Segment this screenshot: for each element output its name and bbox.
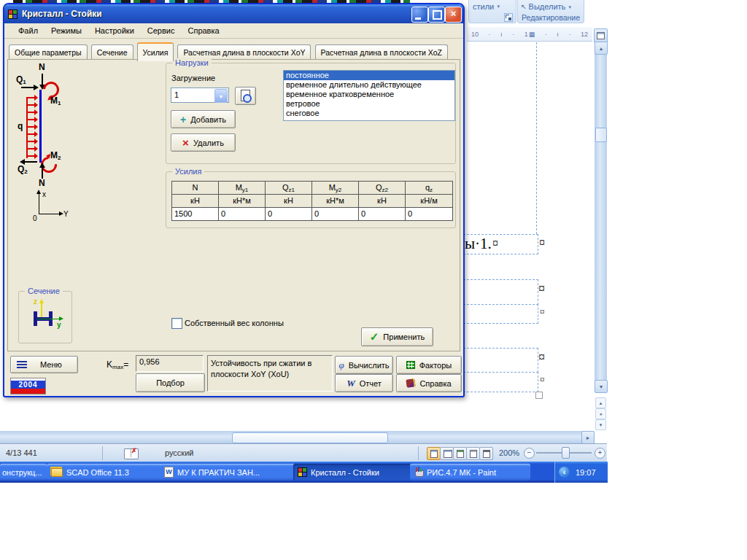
double-up-icon: ▲ [599,401,603,405]
divider [418,446,419,460]
tab-section[interactable]: Сечение [91,44,133,60]
compute-button[interactable]: φ Вычислить [335,356,393,374]
menu-item-help[interactable]: Справка [181,26,225,35]
anchor-square [535,392,543,399]
maximize-icon [433,10,442,20]
zoom-slider-thumb[interactable] [562,447,570,459]
compute-label: Вычислить [349,361,390,370]
arrow-right-icon: ► [586,435,591,440]
reading-view-button[interactable] [440,447,454,460]
outline-view-button[interactable] [466,447,480,460]
scroll-up-button[interactable]: ▲ [595,42,608,55]
zoom-in-button[interactable]: + [595,448,605,459]
scrollbar-thumb[interactable] [595,128,607,142]
scrollbar-thumb[interactable] [232,432,388,443]
taskbar-button-active[interactable]: Кристалл - Стойки [293,464,415,481]
tab-general[interactable]: Общие параметры [9,44,88,60]
add-load-label: Добавить [190,115,226,124]
taskbar-button[interactable]: SCAD Office 11.3 [47,464,163,481]
apply-button[interactable]: ✓ Применить [361,327,433,346]
tab-length-xoz[interactable]: Расчетная длина в плоскости XoZ [315,44,448,60]
self-weight-label: Собственный вес колонны [185,319,284,327]
draft-view-icon [483,450,490,458]
forces-group-label: Усилия [172,167,204,176]
end-of-cell-marker: ¤ [540,306,545,318]
zoom-level[interactable]: 200% [499,448,519,457]
factors-button[interactable]: Факторы [396,356,462,374]
select-button[interactable]: ↖ Выделить ▼ [521,2,572,11]
table-grid-icon: ▦ [529,31,535,38]
print-layout-view-button[interactable] [427,447,441,460]
load-types-listbox[interactable]: постоянное временное длительно действующ… [283,70,455,121]
loading-combobox[interactable]: 1 ▼ [171,88,229,103]
menu-button[interactable]: Меню [10,356,78,373]
force-value-input[interactable]: 0 [359,208,406,220]
self-weight-checkbox[interactable] [171,318,182,329]
menu-item-service[interactable]: Сервис [141,26,182,35]
title-bar[interactable]: Кристалл - Стойки × [4,4,463,23]
load-list-item[interactable]: ветровое [284,99,454,109]
tab-forces[interactable]: Усилия [137,42,174,61]
next-object-button[interactable]: ▼ [595,419,606,430]
force-q1-label: Q1 [16,74,26,85]
select-browse-object-button[interactable]: ● [595,408,606,419]
menu-item-file[interactable]: Файл [12,26,44,35]
taskbar-button[interactable]: онструкц... [0,464,47,481]
scroll-down-button[interactable]: ▼ [595,380,608,393]
podbor-button[interactable]: Подбор [136,373,205,392]
page-info[interactable]: 4/13 441 [6,448,37,457]
check-mode-text: Устойчивость при сжатии в плоскости XoY … [211,359,311,378]
section-icon: z y [25,298,66,335]
horizontal-scrollbar[interactable]: ► [0,431,594,443]
maximize-button[interactable] [428,7,445,23]
load-list-item[interactable]: временное кратковременное [284,90,454,99]
menu-item-modes[interactable]: Режимы [44,26,88,35]
zoom-out-button[interactable]: − [524,448,535,459]
spellcheck-icon[interactable]: ✗ [124,448,139,459]
ruler-toggle-button[interactable] [594,28,608,43]
change-styles-button[interactable]: стили ▼ [473,2,500,11]
force-value-input[interactable]: 0 [406,208,452,220]
help-button[interactable]: Справка [396,374,462,392]
load-q-label: q [18,121,23,131]
taskbar-button[interactable]: РИС.4.7 МК - Paint [410,464,530,481]
outline-view-icon [470,450,477,458]
delete-load-button[interactable]: × Удалить [171,133,236,152]
ruler[interactable]: 10 · ı · 1 ▦ · ı · 12 [467,27,592,42]
language-indicator[interactable]: русский [165,448,193,457]
factors-grid-icon [406,361,415,369]
hide-icons-chevron[interactable]: ‹ [559,467,570,478]
combobox-dropdown-button[interactable]: ▼ [214,89,228,103]
menu-bar: Файл Режимы Настройки Сервис Справка [4,23,463,39]
web-layout-view-button[interactable] [453,447,467,460]
scroll-right-button[interactable]: ► [581,431,595,444]
force-value-input[interactable]: 0 [266,208,312,220]
load-list-item[interactable]: временное длительно действующее [284,80,454,90]
force-value-input[interactable]: 1500 [172,208,219,220]
section-group-label: Сечение [25,287,63,295]
word-doc-icon: W [164,467,174,478]
distributed-load-q [26,97,39,158]
close-button[interactable]: × [445,7,462,23]
load-preview-button[interactable] [235,87,256,105]
table-gridline-vertical [536,42,537,234]
draft-view-button[interactable] [479,447,493,460]
minimize-button[interactable] [411,7,428,23]
loading-combobox-value: 1 [174,90,179,99]
taskbar-button[interactable]: W МУ К ПРАКТИЧ ЗАН... [160,464,297,481]
load-list-item[interactable]: постоянное [284,71,454,80]
force-value-input[interactable]: 0 [219,208,266,220]
previous-object-button[interactable]: ▲ [595,397,606,408]
report-button[interactable]: W Отчет [335,374,393,392]
dialog-launcher-icon[interactable] [504,13,513,22]
load-list-item[interactable]: снеговое [284,109,454,118]
menu-grid-icon [17,361,27,368]
menu-item-settings[interactable]: Настройки [88,26,141,35]
kristall-window: Кристалл - Стойки × Файл Режимы Настройк… [3,3,465,397]
tab-length-xoy[interactable]: Расчетная длина в плоскости XoY [177,44,311,60]
add-load-button[interactable]: + Добавить [171,110,236,128]
force-value-input[interactable]: 0 [312,208,359,220]
ball-icon: ● [599,411,602,416]
taskbar-clock[interactable]: 19:07 [576,468,596,477]
vertical-scrollbar[interactable]: ▲ ▼ [595,42,607,392]
